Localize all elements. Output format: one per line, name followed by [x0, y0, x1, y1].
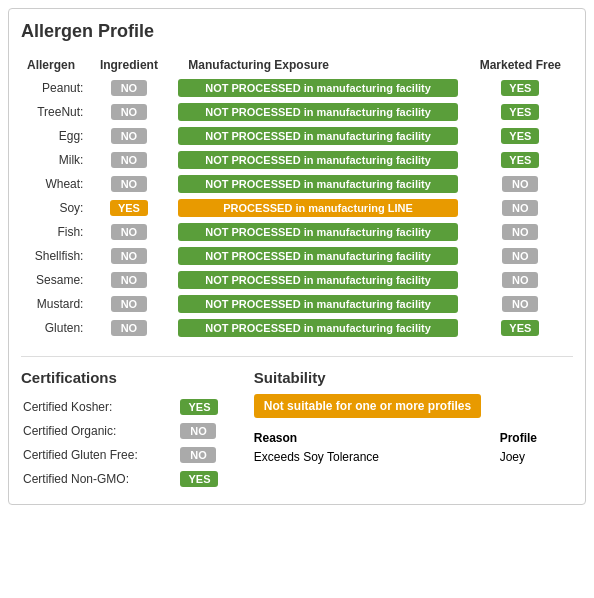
table-row: Fish: NO NOT PROCESSED in manufacturing …	[21, 220, 573, 244]
mfg-badge-cell: NOT PROCESSED in manufacturing facility	[168, 124, 467, 148]
ingredient-badge: NO	[89, 292, 168, 316]
certifications-title: Certifications	[21, 369, 234, 386]
col-header-manufacturing: Manufacturing Exposure	[168, 54, 467, 76]
suit-col-reason: Reason	[254, 428, 500, 448]
allergen-table: Allergen Ingredient Manufacturing Exposu…	[21, 54, 573, 340]
cert-label: Certified Gluten Free:	[23, 444, 172, 466]
suit-row: Exceeds Soy Tolerance Joey	[254, 448, 573, 466]
ingredient-badge: NO	[89, 76, 168, 100]
page-title: Allergen Profile	[21, 21, 573, 42]
ingredient-badge: NO	[89, 220, 168, 244]
mfg-badge-cell: NOT PROCESSED in manufacturing facility	[168, 220, 467, 244]
ingredient-badge: YES	[89, 196, 168, 220]
suitability-title: Suitability	[254, 369, 573, 386]
allergen-name: Soy:	[21, 196, 89, 220]
col-header-allergen: Allergen	[21, 54, 89, 76]
marketed-badge: NO	[468, 268, 573, 292]
ingredient-badge: NO	[89, 316, 168, 340]
cert-label: Certified Organic:	[23, 420, 172, 442]
allergen-name: Egg:	[21, 124, 89, 148]
allergen-profile-card: Allergen Profile Allergen Ingredient Man…	[8, 8, 586, 505]
allergen-name: Shellfish:	[21, 244, 89, 268]
col-header-marketed: Marketed Free	[468, 54, 573, 76]
marketed-badge: NO	[468, 220, 573, 244]
ingredient-badge: NO	[89, 124, 168, 148]
allergen-name: Sesame:	[21, 268, 89, 292]
table-row: Wheat: NO NOT PROCESSED in manufacturing…	[21, 172, 573, 196]
suitability-section: Suitability Not suitable for one or more…	[254, 369, 573, 492]
table-row: Gluten: NO NOT PROCESSED in manufacturin…	[21, 316, 573, 340]
mfg-badge-cell: PROCESSED in manufacturing LINE	[168, 196, 467, 220]
ingredient-badge: NO	[89, 100, 168, 124]
marketed-badge: YES	[468, 76, 573, 100]
marketed-badge: NO	[468, 172, 573, 196]
col-header-ingredient: Ingredient	[89, 54, 168, 76]
ingredient-badge: NO	[89, 244, 168, 268]
table-row: Peanut: NO NOT PROCESSED in manufacturin…	[21, 76, 573, 100]
marketed-badge: YES	[468, 100, 573, 124]
cert-value: NO	[174, 420, 231, 442]
marketed-badge: YES	[468, 148, 573, 172]
marketed-badge: NO	[468, 292, 573, 316]
cert-value: NO	[174, 444, 231, 466]
marketed-badge: YES	[468, 124, 573, 148]
allergen-name: TreeNut:	[21, 100, 89, 124]
allergen-name: Fish:	[21, 220, 89, 244]
mfg-badge-cell: NOT PROCESSED in manufacturing facility	[168, 148, 467, 172]
table-row: Sesame: NO NOT PROCESSED in manufacturin…	[21, 268, 573, 292]
suitability-warning: Not suitable for one or more profiles	[254, 394, 481, 418]
bottom-section: Certifications Certified Kosher: YES Cer…	[21, 369, 573, 492]
cert-row: Certified Kosher: YES	[23, 396, 232, 418]
mfg-badge-cell: NOT PROCESSED in manufacturing facility	[168, 268, 467, 292]
cert-value: YES	[174, 468, 231, 490]
allergen-name: Mustard:	[21, 292, 89, 316]
table-row: Soy: YES PROCESSED in manufacturing LINE…	[21, 196, 573, 220]
allergen-name: Peanut:	[21, 76, 89, 100]
table-row: Milk: NO NOT PROCESSED in manufacturing …	[21, 148, 573, 172]
mfg-badge-cell: NOT PROCESSED in manufacturing facility	[168, 292, 467, 316]
suit-profile: Joey	[500, 448, 573, 466]
cert-row: Certified Gluten Free: NO	[23, 444, 232, 466]
mfg-badge-cell: NOT PROCESSED in manufacturing facility	[168, 172, 467, 196]
suit-col-profile: Profile	[500, 428, 573, 448]
divider	[21, 356, 573, 357]
mfg-badge-cell: NOT PROCESSED in manufacturing facility	[168, 244, 467, 268]
ingredient-badge: NO	[89, 148, 168, 172]
mfg-badge-cell: NOT PROCESSED in manufacturing facility	[168, 316, 467, 340]
marketed-badge: YES	[468, 316, 573, 340]
allergen-name: Milk:	[21, 148, 89, 172]
suit-reason: Exceeds Soy Tolerance	[254, 448, 500, 466]
mfg-badge-cell: NOT PROCESSED in manufacturing facility	[168, 100, 467, 124]
ingredient-badge: NO	[89, 172, 168, 196]
table-row: TreeNut: NO NOT PROCESSED in manufacturi…	[21, 100, 573, 124]
cert-row: Certified Non-GMO: YES	[23, 468, 232, 490]
ingredient-badge: NO	[89, 268, 168, 292]
cert-row: Certified Organic: NO	[23, 420, 232, 442]
cert-label: Certified Kosher:	[23, 396, 172, 418]
certifications-table: Certified Kosher: YES Certified Organic:…	[21, 394, 234, 492]
mfg-badge-cell: NOT PROCESSED in manufacturing facility	[168, 76, 467, 100]
marketed-badge: NO	[468, 196, 573, 220]
allergen-name: Gluten:	[21, 316, 89, 340]
table-row: Egg: NO NOT PROCESSED in manufacturing f…	[21, 124, 573, 148]
certifications-section: Certifications Certified Kosher: YES Cer…	[21, 369, 234, 492]
table-row: Mustard: NO NOT PROCESSED in manufacturi…	[21, 292, 573, 316]
cert-value: YES	[174, 396, 231, 418]
marketed-badge: NO	[468, 244, 573, 268]
suitability-table: Reason Profile Exceeds Soy Tolerance Joe…	[254, 428, 573, 466]
table-row: Shellfish: NO NOT PROCESSED in manufactu…	[21, 244, 573, 268]
allergen-name: Wheat:	[21, 172, 89, 196]
cert-label: Certified Non-GMO:	[23, 468, 172, 490]
